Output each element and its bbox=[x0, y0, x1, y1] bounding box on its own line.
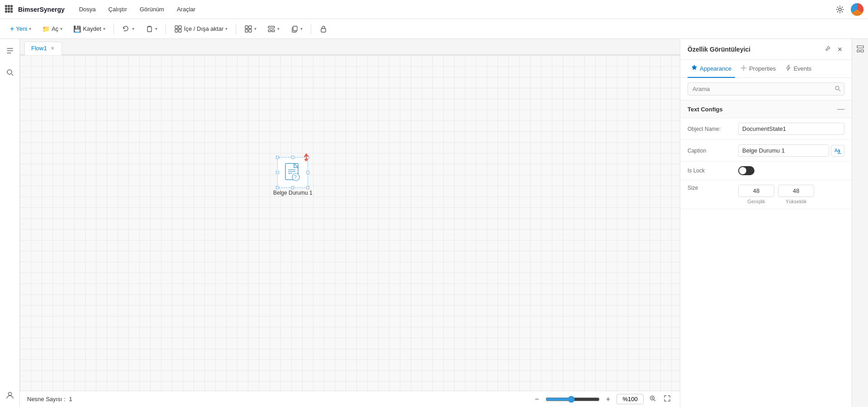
tab-appearance[interactable]: Appearance bbox=[688, 60, 735, 78]
svg-rect-19 bbox=[268, 26, 275, 28]
svg-rect-6 bbox=[5, 10, 7, 13]
status-bar: Nesne Sayısı : 1 − + bbox=[20, 391, 680, 407]
caption-row: Caption Aa bbox=[680, 140, 852, 162]
zoom-search-button[interactable] bbox=[647, 394, 658, 404]
strip-layout-icon[interactable] bbox=[854, 43, 867, 55]
toolbar-separator-1 bbox=[114, 24, 114, 34]
lock-toggle[interactable] bbox=[738, 166, 754, 175]
fit-screen-button[interactable] bbox=[662, 394, 673, 404]
settings-icon[interactable] bbox=[834, 3, 846, 16]
search-input[interactable] bbox=[688, 82, 844, 96]
svg-rect-13 bbox=[175, 29, 178, 32]
handle-bc bbox=[291, 186, 294, 189]
node-red-arrow bbox=[303, 153, 309, 163]
svg-point-9 bbox=[839, 8, 841, 11]
svg-point-36 bbox=[743, 67, 745, 69]
panel-pin-button[interactable] bbox=[823, 44, 833, 54]
caption-label: Caption bbox=[688, 148, 733, 154]
size-inputs: Genişlik Yükseklik bbox=[738, 185, 844, 204]
section-collapse-button[interactable]: — bbox=[837, 105, 844, 113]
clipboard-button[interactable]: ▾ bbox=[141, 23, 162, 35]
panel-close-button[interactable]: ✕ bbox=[835, 44, 844, 54]
sidebar-tool-user[interactable] bbox=[3, 388, 17, 402]
svg-rect-24 bbox=[321, 29, 326, 32]
sidebar-tool-settings[interactable] bbox=[3, 43, 17, 58]
menu-gorunum[interactable]: Görünüm bbox=[134, 3, 170, 15]
top-right-icons bbox=[834, 3, 863, 16]
height-input[interactable] bbox=[778, 185, 814, 197]
is-lock-label: Is Lock bbox=[688, 168, 733, 174]
sidebar-tool-search[interactable] bbox=[3, 65, 17, 80]
menu-araclar[interactable]: Araçlar bbox=[171, 3, 201, 15]
svg-rect-4 bbox=[8, 8, 10, 10]
object-name-input[interactable] bbox=[738, 123, 844, 135]
events-tab-label: Events bbox=[793, 65, 811, 72]
lock-button[interactable] bbox=[315, 23, 332, 35]
panel-tabs: Appearance Properties Events bbox=[680, 60, 852, 78]
appearance-tab-label: Appearance bbox=[700, 65, 731, 72]
object-name-value bbox=[738, 123, 844, 135]
is-lock-toggle bbox=[738, 166, 844, 175]
zoom-out-button[interactable]: − bbox=[532, 394, 541, 404]
object-name-row: Object Name: bbox=[680, 118, 852, 140]
svg-rect-11 bbox=[175, 26, 178, 29]
svg-rect-15 bbox=[245, 26, 248, 29]
search-wrapper bbox=[688, 82, 844, 96]
svg-rect-1 bbox=[8, 5, 10, 7]
svg-rect-0 bbox=[5, 5, 7, 7]
caption-translate-button[interactable]: Aa bbox=[831, 145, 844, 157]
svg-rect-17 bbox=[245, 29, 248, 32]
height-label: Yükseklik bbox=[778, 199, 814, 204]
svg-rect-14 bbox=[179, 29, 181, 32]
svg-rect-2 bbox=[10, 5, 13, 7]
size-row: Size Genişlik Yükseklik bbox=[680, 180, 852, 209]
width-input[interactable] bbox=[738, 185, 774, 197]
appearance-tab-icon bbox=[691, 65, 697, 72]
user-avatar[interactable] bbox=[851, 3, 863, 16]
view-grid-button[interactable]: ▾ bbox=[240, 23, 261, 35]
toggle-track[interactable] bbox=[738, 166, 754, 175]
zoom-in-button[interactable]: + bbox=[603, 394, 613, 404]
canvas-wrapper: ? Belge Durumu 1 bbox=[20, 55, 680, 391]
flow-node-document-state[interactable]: ? Belge Durumu 1 bbox=[273, 157, 313, 196]
panel-title: Özellik Görüntüleyici bbox=[688, 46, 750, 53]
copy-button[interactable]: ▾ bbox=[286, 23, 307, 35]
handle-mr bbox=[306, 171, 309, 174]
tab-properties[interactable]: Properties bbox=[737, 60, 779, 78]
open-button[interactable]: 📁 Aç ▾ bbox=[38, 23, 67, 35]
brand-name: BimserSynergy bbox=[18, 6, 65, 13]
new-button[interactable]: + Yeni ▾ bbox=[5, 23, 36, 35]
toolbar-separator-2 bbox=[166, 24, 166, 34]
properties-tab-icon bbox=[740, 65, 747, 72]
zoom-slider[interactable] bbox=[545, 396, 600, 403]
canvas[interactable]: ? Belge Durumu 1 bbox=[20, 55, 680, 391]
export-button[interactable]: İçe / Dışa aktar ▾ bbox=[170, 23, 232, 35]
layout-button[interactable]: ▾ bbox=[263, 23, 284, 35]
menu-dosya[interactable]: Dosya bbox=[74, 3, 101, 15]
caption-input[interactable] bbox=[738, 144, 829, 157]
tab-events[interactable]: Events bbox=[781, 60, 815, 78]
handle-tc bbox=[291, 156, 294, 159]
toolbar-separator-3 bbox=[236, 24, 236, 34]
panel-content: Text Configs — Object Name: Caption Aa bbox=[680, 101, 852, 407]
svg-text:?: ? bbox=[294, 174, 297, 180]
undo-button[interactable]: ▾ bbox=[118, 23, 139, 35]
tab-close-flow1[interactable]: ✕ bbox=[50, 45, 55, 52]
tab-flow1[interactable]: Flow1 ✕ bbox=[24, 42, 62, 54]
svg-rect-3 bbox=[5, 8, 7, 10]
handle-br bbox=[306, 186, 309, 189]
handle-ml bbox=[276, 171, 279, 174]
grid-icon[interactable] bbox=[5, 5, 13, 14]
svg-rect-5 bbox=[10, 8, 13, 10]
svg-rect-39 bbox=[857, 46, 863, 48]
main-area: Flow1 ✕ bbox=[0, 39, 868, 407]
svg-rect-41 bbox=[861, 50, 863, 52]
toolbar: + Yeni ▾ 📁 Aç ▾ 💾 Kaydet ▾ ▾ ▾ İçe / Dış… bbox=[0, 19, 868, 39]
menu-calistir[interactable]: Çalıştır bbox=[103, 3, 133, 15]
zoom-input[interactable] bbox=[617, 394, 644, 404]
save-button[interactable]: 💾 Kaydet ▾ bbox=[69, 23, 109, 35]
svg-rect-20 bbox=[268, 30, 271, 32]
svg-rect-18 bbox=[249, 29, 251, 32]
node-box[interactable]: ? bbox=[277, 157, 308, 188]
zoom-controls: − + bbox=[532, 394, 673, 404]
